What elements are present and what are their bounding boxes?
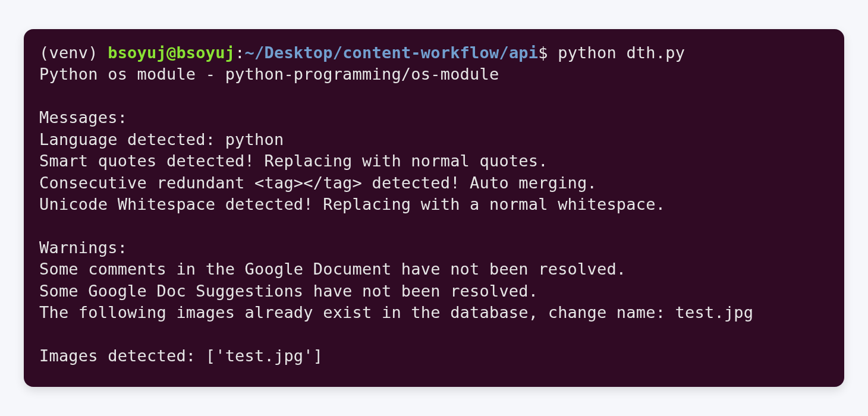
prompt-venv: (venv) [39, 43, 108, 62]
message-line: Smart quotes detected! Replacing with no… [39, 152, 548, 170]
prompt-user-host: bsoyuj@bsoyuj [108, 43, 235, 62]
messages-header: Messages: [39, 108, 127, 127]
terminal-content: (venv) bsoyuj@bsoyuj:~/Desktop/content-w… [39, 42, 829, 367]
message-line: Language detected: python [39, 130, 284, 149]
prompt-colon: : [235, 43, 244, 62]
warning-line: The following images already exist in th… [39, 303, 753, 322]
images-detected-line: Images detected: ['test.jpg'] [39, 346, 323, 365]
message-line: Consecutive redundant <tag></tag> detect… [39, 174, 597, 192]
prompt-dollar: $ [538, 43, 558, 62]
warnings-header: Warnings: [39, 238, 127, 257]
warning-line: Some Google Doc Suggestions have not bee… [39, 282, 538, 300]
warning-line: Some comments in the Google Document hav… [39, 260, 626, 278]
prompt-path: ~/Desktop/content-workflow/api [245, 43, 539, 62]
prompt-command: python dth.py [558, 43, 685, 62]
output-title: Python os module - python-programming/os… [39, 65, 499, 83]
terminal-window[interactable]: (venv) bsoyuj@bsoyuj:~/Desktop/content-w… [24, 29, 844, 387]
message-line: Unicode Whitespace detected! Replacing w… [39, 195, 665, 213]
